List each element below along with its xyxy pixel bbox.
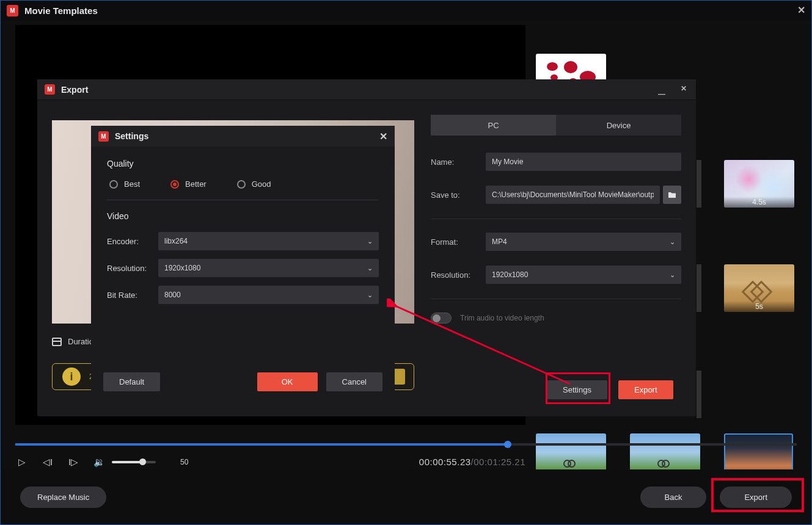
save-to-label: Save to:	[431, 190, 486, 200]
name-label: Name:	[431, 158, 486, 167]
trim-audio-row: Trim audio to video length	[431, 313, 681, 324]
chevron-down-icon: ⌄	[367, 291, 373, 299]
radio-label: Good	[252, 179, 271, 189]
cancel-button[interactable]: Cancel	[326, 372, 382, 391]
export-button[interactable]: Export	[618, 380, 673, 399]
close-icon[interactable]: ✕	[796, 4, 807, 15]
name-input[interactable]	[486, 153, 681, 171]
tab-pc[interactable]: PC	[431, 115, 556, 136]
app-icon: M	[45, 84, 55, 95]
radio-icon-selected	[170, 180, 179, 189]
info-icon: i	[62, 368, 81, 386]
timecode-current: 00:00:55.23	[419, 457, 471, 467]
settings-resolution-select[interactable]: 1920x1080 ⌄	[158, 259, 379, 277]
radio-icon	[109, 180, 118, 189]
chevron-down-icon: ⌄	[367, 264, 373, 272]
format-select[interactable]: MP4 ⌄	[486, 233, 681, 251]
quality-best[interactable]: Best	[109, 179, 140, 189]
quality-better[interactable]: Better	[170, 179, 207, 189]
timecode-total: 00:01:25.21	[474, 457, 525, 467]
volume-level: 50	[180, 458, 188, 466]
quality-radios: Best Better Good	[107, 179, 379, 189]
radio-icon	[237, 180, 246, 189]
bitrate-select[interactable]: 8000 ⌄	[158, 286, 379, 304]
settings-title: Settings	[115, 131, 148, 141]
playback-bar: ▷ ◁I I▷ 🔉 50 00:00:55.23/00:01:25.21	[15, 451, 525, 472]
decorative-strip	[697, 371, 701, 418]
resolution-select[interactable]: 1920x1080 ⌄	[486, 266, 681, 284]
app-icon: M	[98, 131, 109, 142]
settings-resolution-value: 1920x1080	[164, 264, 200, 272]
step-forward-icon[interactable]: I▷	[67, 457, 80, 468]
bottom-bar: Replace Music Back Export	[1, 469, 811, 524]
settings-button[interactable]: Settings	[547, 380, 607, 399]
page-title: Movie Templates	[24, 5, 98, 16]
resolution-label: Resolution:	[107, 264, 158, 273]
trim-audio-toggle[interactable]	[431, 313, 452, 324]
trim-audio-label: Trim audio to video length	[460, 314, 544, 322]
play-icon[interactable]: ▷	[15, 457, 29, 468]
timeline-fill	[15, 443, 508, 446]
volume-control: 🔉 50	[92, 457, 188, 468]
divider	[107, 200, 379, 200]
close-icon[interactable]: ✕	[379, 131, 387, 142]
ok-button[interactable]: OK	[257, 372, 318, 391]
chevron-down-icon: ⌄	[670, 238, 675, 246]
replace-music-button[interactable]: Replace Music	[20, 487, 106, 508]
thumb-duration: 4.5s	[724, 197, 794, 208]
quality-good[interactable]: Good	[237, 179, 271, 189]
film-icon	[52, 338, 62, 346]
bottom-export-button[interactable]: Export	[720, 487, 792, 508]
format-value: MP4	[492, 237, 507, 246]
export-title: Export	[61, 85, 88, 95]
divider	[431, 219, 681, 219]
thumb-duration: 5s	[724, 301, 794, 312]
decorative-strip	[697, 264, 701, 312]
encoder-select[interactable]: libx264 ⌄	[158, 232, 379, 250]
back-button[interactable]: Back	[640, 487, 707, 508]
close-icon[interactable]: ✕	[678, 84, 690, 96]
chevron-down-icon: ⌄	[367, 237, 373, 245]
format-label: Format:	[431, 237, 486, 247]
bitrate-value: 8000	[164, 291, 181, 299]
save-to-input[interactable]	[486, 186, 660, 204]
minimize-icon[interactable]: —	[656, 84, 668, 96]
decorative-strip	[697, 160, 701, 208]
browse-folder-icon[interactable]	[663, 186, 681, 204]
default-button[interactable]: Default	[103, 372, 160, 391]
template-thumbnail[interactable]: 4.5s	[724, 160, 794, 208]
encoder-label: Encoder:	[107, 237, 158, 246]
tab-device[interactable]: Device	[556, 115, 681, 136]
volume-icon[interactable]: 🔉	[92, 457, 106, 468]
step-back-icon[interactable]: ◁I	[41, 457, 54, 468]
volume-knob[interactable]	[139, 458, 146, 465]
volume-slider[interactable]	[112, 461, 156, 463]
export-tabs: PC Device	[431, 115, 681, 136]
quality-header: Quality	[107, 159, 379, 168]
timeline-track[interactable]	[15, 443, 797, 446]
titlebar: M Movie Templates ✕	[1, 1, 811, 21]
radio-label: Best	[124, 179, 140, 189]
app-icon: M	[7, 5, 18, 16]
export-titlebar: M Export — ✕	[37, 79, 696, 100]
bitrate-label: Bit Rate:	[107, 291, 158, 300]
radio-label: Better	[185, 179, 207, 189]
divider	[431, 299, 681, 299]
video-header: Video	[107, 211, 379, 221]
chevron-down-icon: ⌄	[670, 271, 675, 279]
timeline-knob[interactable]	[504, 441, 511, 448]
resolution-value: 1920x1080	[492, 270, 528, 279]
encoder-value: libx264	[164, 237, 188, 245]
template-thumbnail[interactable]: 5s	[724, 264, 794, 312]
timecode: 00:00:55.23/00:01:25.21	[419, 457, 525, 467]
settings-dialog: M Settings ✕ Quality Best Better Good Vi…	[91, 126, 395, 400]
resolution-label: Resolution:	[431, 270, 486, 280]
